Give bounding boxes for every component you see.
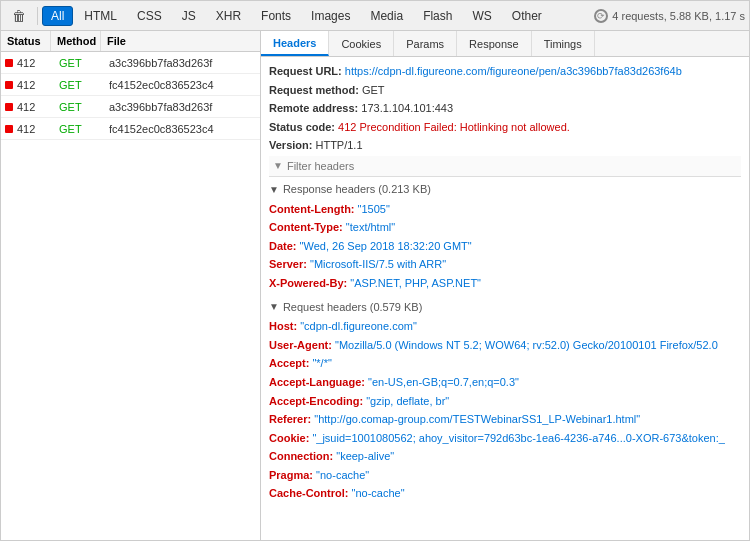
table-row[interactable]: 412 GET fc4152ec0c836523c4 <box>1 74 260 96</box>
header-key: User-Agent: <box>269 339 332 351</box>
remote-address-label: Remote address: <box>269 102 358 114</box>
request-method-value: GET <box>362 84 385 96</box>
header-key: Accept: <box>269 357 309 369</box>
header-val: "ASP.NET, PHP, ASP.NET" <box>350 277 481 289</box>
status-cell: 412 <box>13 99 55 115</box>
header-key: Connection: <box>269 450 333 462</box>
method-column-header: Method <box>51 31 101 51</box>
filter-input[interactable] <box>287 160 737 172</box>
header-key: Accept-Language: <box>269 376 365 388</box>
table-row[interactable]: 412 GET fc4152ec0c836523c4 <box>1 118 260 140</box>
header-val: "1505" <box>358 203 390 215</box>
details-panel: Headers Cookies Params Response Timings … <box>261 31 749 541</box>
filter-other-button[interactable]: Other <box>503 6 551 26</box>
tab-response[interactable]: Response <box>457 31 532 56</box>
header-key: Server: <box>269 258 307 270</box>
header-val: "cdpn-dl.figureone.com" <box>300 320 417 332</box>
method-cell: GET <box>55 77 105 93</box>
header-val: "no-cache" <box>352 487 405 499</box>
toolbar: 🗑 All HTML CSS JS XHR Fonts Images Media… <box>1 1 749 31</box>
request-url-value: https://cdpn-dl.figureone.com/figureone/… <box>345 65 682 77</box>
headers-content: Request URL: https://cdpn-dl.figureone.c… <box>261 57 749 541</box>
summary-text: 4 requests, 5.88 KB, 1.17 s <box>612 10 745 22</box>
header-key: Referer: <box>269 413 311 425</box>
filter-flash-button[interactable]: Flash <box>414 6 461 26</box>
table-row[interactable]: 412 GET a3c396bb7fa83d263f <box>1 96 260 118</box>
file-cell: fc4152ec0c836523c4 <box>105 77 260 93</box>
list-item: Host: "cdpn-dl.figureone.com" <box>269 318 741 336</box>
status-code-line: Status code: 412 Precondition Failed: Ho… <box>269 119 741 137</box>
tab-bar: Headers Cookies Params Response Timings <box>261 31 749 57</box>
main-content: Status Method File 412 GET a3c396bb7fa83… <box>1 31 749 541</box>
request-headers-section[interactable]: ▼ Request headers (0.579 KB) <box>269 299 741 317</box>
header-val: "*/*" <box>312 357 331 369</box>
header-key: Cookie: <box>269 432 309 444</box>
tab-timings[interactable]: Timings <box>532 31 595 56</box>
method-cell: GET <box>55 55 105 71</box>
list-item: Server: "Microsoft-IIS/7.5 with ARR" <box>269 256 741 274</box>
filter-icon: ▼ <box>273 158 283 174</box>
status-indicator <box>5 103 13 111</box>
header-val: "http://go.comap-group.com/TESTWebinarSS… <box>314 413 640 425</box>
collapse-triangle: ▼ <box>269 182 279 198</box>
tab-cookies[interactable]: Cookies <box>329 31 394 56</box>
request-list: 412 GET a3c396bb7fa83d263f 412 GET fc415… <box>1 52 260 541</box>
tab-headers[interactable]: Headers <box>261 31 329 56</box>
collapse-triangle: ▼ <box>269 299 279 315</box>
filter-fonts-button[interactable]: Fonts <box>252 6 300 26</box>
header-key: Accept-Encoding: <box>269 395 363 407</box>
header-key: Date: <box>269 240 297 252</box>
list-item: Referer: "http://go.comap-group.com/TEST… <box>269 411 741 429</box>
status-indicator <box>5 81 13 89</box>
header-key: Host: <box>269 320 297 332</box>
list-item: Accept-Language: "en-US,en-GB;q=0.7,en;q… <box>269 374 741 392</box>
request-method-label: Request method: <box>269 84 359 96</box>
version-value: HTTP/1.1 <box>315 139 362 151</box>
request-headers-list: Host: "cdpn-dl.figureone.com" User-Agent… <box>269 318 741 503</box>
file-cell: fc4152ec0c836523c4 <box>105 121 260 137</box>
method-cell: GET <box>55 99 105 115</box>
list-item: Pragma: "no-cache" <box>269 467 741 485</box>
response-headers-section[interactable]: ▼ Response headers (0.213 KB) <box>269 181 741 199</box>
filter-ws-button[interactable]: WS <box>463 6 500 26</box>
filter-media-button[interactable]: Media <box>361 6 412 26</box>
request-headers-label: Request headers (0.579 KB) <box>283 299 422 317</box>
header-val: "_jsuid=1001080562; ahoy_visitor=792d63b… <box>312 432 724 444</box>
list-item: Cookie: "_jsuid=1001080562; ahoy_visitor… <box>269 430 741 448</box>
table-row[interactable]: 412 GET a3c396bb7fa83d263f <box>1 52 260 74</box>
filter-html-button[interactable]: HTML <box>75 6 126 26</box>
header-val: "no-cache" <box>316 469 369 481</box>
header-val: "Mozilla/5.0 (Windows NT 5.2; WOW64; rv:… <box>335 339 718 351</box>
filter-xhr-button[interactable]: XHR <box>207 6 250 26</box>
status-cell: 412 <box>13 77 55 93</box>
file-cell: a3c396bb7fa83d263f <box>105 99 260 115</box>
header-val: "gzip, deflate, br" <box>366 395 449 407</box>
header-val: "Microsoft-IIS/7.5 with ARR" <box>310 258 446 270</box>
request-summary: ⟳ 4 requests, 5.88 KB, 1.17 s <box>594 9 745 23</box>
status-indicator <box>5 125 13 133</box>
file-cell: a3c396bb7fa83d263f <box>105 55 260 71</box>
filter-images-button[interactable]: Images <box>302 6 359 26</box>
header-val: "Wed, 26 Sep 2018 18:32:20 GMT" <box>300 240 472 252</box>
header-key: Content-Length: <box>269 203 355 215</box>
remote-address-line: Remote address: 173.1.104.101:443 <box>269 100 741 118</box>
filter-all-button[interactable]: All <box>42 6 73 26</box>
status-code-label: Status code: <box>269 121 335 133</box>
remote-address-value: 173.1.104.101:443 <box>361 102 453 114</box>
list-item: Date: "Wed, 26 Sep 2018 18:32:20 GMT" <box>269 238 741 256</box>
separator <box>37 7 38 25</box>
list-item: Accept: "*/*" <box>269 355 741 373</box>
header-val: "keep-alive" <box>336 450 394 462</box>
timer-icon: ⟳ <box>594 9 608 23</box>
status-cell: 412 <box>13 121 55 137</box>
filter-js-button[interactable]: JS <box>173 6 205 26</box>
trash-button[interactable]: 🗑 <box>5 5 33 27</box>
header-key: Content-Type: <box>269 221 343 233</box>
request-list-panel: Status Method File 412 GET a3c396bb7fa83… <box>1 31 261 541</box>
status-indicator <box>5 59 13 67</box>
request-url-line: Request URL: https://cdpn-dl.figureone.c… <box>269 63 741 81</box>
version-line: Version: HTTP/1.1 <box>269 137 741 155</box>
tab-params[interactable]: Params <box>394 31 457 56</box>
list-item: X-Powered-By: "ASP.NET, PHP, ASP.NET" <box>269 275 741 293</box>
filter-css-button[interactable]: CSS <box>128 6 171 26</box>
